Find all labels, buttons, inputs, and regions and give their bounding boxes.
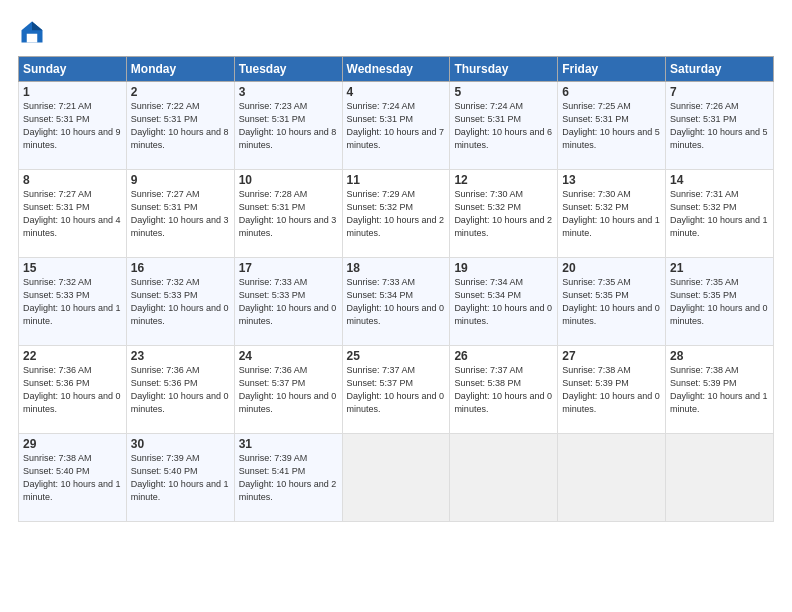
day-cell: 8 Sunrise: 7:27 AMSunset: 5:31 PMDayligh… [19,170,127,258]
day-info: Sunrise: 7:32 AMSunset: 5:33 PMDaylight:… [131,277,229,326]
day-info: Sunrise: 7:37 AMSunset: 5:38 PMDaylight:… [454,365,552,414]
day-number: 1 [23,85,122,99]
day-info: Sunrise: 7:39 AMSunset: 5:41 PMDaylight:… [239,453,337,502]
header-row: SundayMondayTuesdayWednesdayThursdayFrid… [19,57,774,82]
day-info: Sunrise: 7:24 AMSunset: 5:31 PMDaylight:… [347,101,445,150]
day-cell: 25 Sunrise: 7:37 AMSunset: 5:37 PMDaylig… [342,346,450,434]
day-number: 2 [131,85,230,99]
svg-marker-1 [32,22,43,31]
day-number: 20 [562,261,661,275]
day-cell: 13 Sunrise: 7:30 AMSunset: 5:32 PMDaylig… [558,170,666,258]
day-number: 22 [23,349,122,363]
day-info: Sunrise: 7:26 AMSunset: 5:31 PMDaylight:… [670,101,768,150]
day-info: Sunrise: 7:33 AMSunset: 5:34 PMDaylight:… [347,277,445,326]
day-info: Sunrise: 7:35 AMSunset: 5:35 PMDaylight:… [562,277,660,326]
day-number: 31 [239,437,338,451]
day-info: Sunrise: 7:36 AMSunset: 5:36 PMDaylight:… [131,365,229,414]
week-row-0: 1 Sunrise: 7:21 AMSunset: 5:31 PMDayligh… [19,82,774,170]
logo [18,18,50,46]
day-number: 16 [131,261,230,275]
day-number: 17 [239,261,338,275]
day-cell: 6 Sunrise: 7:25 AMSunset: 5:31 PMDayligh… [558,82,666,170]
day-number: 28 [670,349,769,363]
day-cell [558,434,666,522]
day-cell: 30 Sunrise: 7:39 AMSunset: 5:40 PMDaylig… [126,434,234,522]
day-info: Sunrise: 7:38 AMSunset: 5:39 PMDaylight:… [670,365,768,414]
day-number: 6 [562,85,661,99]
day-cell: 12 Sunrise: 7:30 AMSunset: 5:32 PMDaylig… [450,170,558,258]
svg-rect-2 [27,34,38,43]
calendar-table: SundayMondayTuesdayWednesdayThursdayFrid… [18,56,774,522]
day-info: Sunrise: 7:36 AMSunset: 5:37 PMDaylight:… [239,365,337,414]
day-number: 25 [347,349,446,363]
day-cell: 19 Sunrise: 7:34 AMSunset: 5:34 PMDaylig… [450,258,558,346]
day-cell: 21 Sunrise: 7:35 AMSunset: 5:35 PMDaylig… [666,258,774,346]
day-info: Sunrise: 7:23 AMSunset: 5:31 PMDaylight:… [239,101,337,150]
day-cell: 24 Sunrise: 7:36 AMSunset: 5:37 PMDaylig… [234,346,342,434]
day-cell: 1 Sunrise: 7:21 AMSunset: 5:31 PMDayligh… [19,82,127,170]
day-info: Sunrise: 7:33 AMSunset: 5:33 PMDaylight:… [239,277,337,326]
day-cell: 4 Sunrise: 7:24 AMSunset: 5:31 PMDayligh… [342,82,450,170]
day-cell: 7 Sunrise: 7:26 AMSunset: 5:31 PMDayligh… [666,82,774,170]
day-cell: 16 Sunrise: 7:32 AMSunset: 5:33 PMDaylig… [126,258,234,346]
day-number: 13 [562,173,661,187]
day-number: 11 [347,173,446,187]
day-number: 27 [562,349,661,363]
day-number: 19 [454,261,553,275]
day-cell: 11 Sunrise: 7:29 AMSunset: 5:32 PMDaylig… [342,170,450,258]
day-cell: 17 Sunrise: 7:33 AMSunset: 5:33 PMDaylig… [234,258,342,346]
day-cell: 14 Sunrise: 7:31 AMSunset: 5:32 PMDaylig… [666,170,774,258]
day-info: Sunrise: 7:38 AMSunset: 5:39 PMDaylight:… [562,365,660,414]
day-number: 30 [131,437,230,451]
day-number: 15 [23,261,122,275]
day-cell: 29 Sunrise: 7:38 AMSunset: 5:40 PMDaylig… [19,434,127,522]
day-cell: 27 Sunrise: 7:38 AMSunset: 5:39 PMDaylig… [558,346,666,434]
header-cell-tuesday: Tuesday [234,57,342,82]
day-number: 29 [23,437,122,451]
day-cell: 23 Sunrise: 7:36 AMSunset: 5:36 PMDaylig… [126,346,234,434]
day-number: 10 [239,173,338,187]
day-info: Sunrise: 7:36 AMSunset: 5:36 PMDaylight:… [23,365,121,414]
day-number: 18 [347,261,446,275]
day-info: Sunrise: 7:31 AMSunset: 5:32 PMDaylight:… [670,189,768,238]
day-cell [450,434,558,522]
header-cell-saturday: Saturday [666,57,774,82]
week-row-3: 22 Sunrise: 7:36 AMSunset: 5:36 PMDaylig… [19,346,774,434]
week-row-1: 8 Sunrise: 7:27 AMSunset: 5:31 PMDayligh… [19,170,774,258]
day-info: Sunrise: 7:25 AMSunset: 5:31 PMDaylight:… [562,101,660,150]
day-cell: 10 Sunrise: 7:28 AMSunset: 5:31 PMDaylig… [234,170,342,258]
page: SundayMondayTuesdayWednesdayThursdayFrid… [0,0,792,532]
day-cell: 28 Sunrise: 7:38 AMSunset: 5:39 PMDaylig… [666,346,774,434]
header-cell-friday: Friday [558,57,666,82]
day-info: Sunrise: 7:35 AMSunset: 5:35 PMDaylight:… [670,277,768,326]
day-number: 3 [239,85,338,99]
header-cell-wednesday: Wednesday [342,57,450,82]
day-info: Sunrise: 7:30 AMSunset: 5:32 PMDaylight:… [454,189,552,238]
day-number: 12 [454,173,553,187]
day-number: 7 [670,85,769,99]
day-number: 5 [454,85,553,99]
header-cell-monday: Monday [126,57,234,82]
day-number: 26 [454,349,553,363]
day-cell: 18 Sunrise: 7:33 AMSunset: 5:34 PMDaylig… [342,258,450,346]
day-info: Sunrise: 7:28 AMSunset: 5:31 PMDaylight:… [239,189,337,238]
header-cell-thursday: Thursday [450,57,558,82]
day-info: Sunrise: 7:39 AMSunset: 5:40 PMDaylight:… [131,453,229,502]
day-info: Sunrise: 7:21 AMSunset: 5:31 PMDaylight:… [23,101,121,150]
day-info: Sunrise: 7:22 AMSunset: 5:31 PMDaylight:… [131,101,229,150]
day-cell [342,434,450,522]
day-number: 14 [670,173,769,187]
day-info: Sunrise: 7:27 AMSunset: 5:31 PMDaylight:… [131,189,229,238]
day-cell: 22 Sunrise: 7:36 AMSunset: 5:36 PMDaylig… [19,346,127,434]
day-cell: 2 Sunrise: 7:22 AMSunset: 5:31 PMDayligh… [126,82,234,170]
day-info: Sunrise: 7:37 AMSunset: 5:37 PMDaylight:… [347,365,445,414]
day-info: Sunrise: 7:27 AMSunset: 5:31 PMDaylight:… [23,189,121,238]
day-number: 4 [347,85,446,99]
day-number: 8 [23,173,122,187]
day-info: Sunrise: 7:29 AMSunset: 5:32 PMDaylight:… [347,189,445,238]
day-number: 21 [670,261,769,275]
day-info: Sunrise: 7:30 AMSunset: 5:32 PMDaylight:… [562,189,660,238]
day-info: Sunrise: 7:34 AMSunset: 5:34 PMDaylight:… [454,277,552,326]
day-number: 24 [239,349,338,363]
week-row-4: 29 Sunrise: 7:38 AMSunset: 5:40 PMDaylig… [19,434,774,522]
